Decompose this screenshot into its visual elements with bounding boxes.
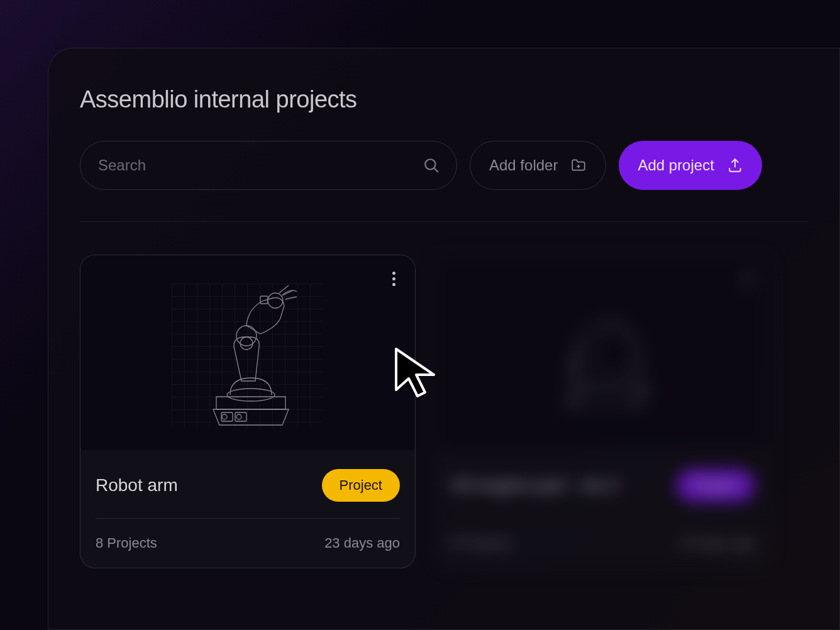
search-wrap xyxy=(80,141,457,190)
svg-point-8 xyxy=(227,389,275,401)
svg-point-6 xyxy=(222,414,227,419)
divider xyxy=(80,221,808,222)
svg-point-0 xyxy=(425,159,435,169)
search-input[interactable] xyxy=(80,141,457,190)
svg-point-7 xyxy=(236,414,241,419)
add-folder-label: Add folder xyxy=(489,157,558,174)
svg-line-1 xyxy=(434,169,438,172)
project-card[interactable]: Robot arm Project 8 Projects 23 days ago xyxy=(80,255,416,568)
svg-point-17 xyxy=(577,321,640,390)
robot-arm-drawing xyxy=(185,274,311,431)
search-icon xyxy=(423,157,439,174)
card-preview xyxy=(435,255,770,450)
svg-rect-5 xyxy=(235,412,246,421)
svg-point-12 xyxy=(268,293,283,308)
project-badge: Project xyxy=(677,469,754,502)
card-preview xyxy=(80,255,415,450)
time-ago: 23 days ago xyxy=(679,535,754,551)
add-folder-button[interactable]: Add folder xyxy=(470,141,606,190)
card-menu-button[interactable] xyxy=(741,269,756,288)
card-title: Robot arm xyxy=(96,475,178,495)
svg-point-14 xyxy=(630,396,638,404)
card-head: V8 engine part - ver.2 Project xyxy=(450,469,754,519)
card-body: Robot arm Project 8 Projects 23 days ago xyxy=(80,450,415,568)
project-grid: Robot arm Project 8 Projects 23 days ago xyxy=(80,255,808,568)
card-menu-button[interactable] xyxy=(386,269,401,288)
card-body: V8 engine part - ver.2 Project 8 Project… xyxy=(435,450,770,568)
engine-part-drawing xyxy=(539,274,665,431)
add-project-button[interactable]: Add project xyxy=(619,141,761,190)
folder-plus-icon xyxy=(570,157,587,174)
project-card[interactable]: V8 engine part - ver.2 Project 8 Project… xyxy=(434,255,770,568)
svg-point-10 xyxy=(236,326,257,346)
upload-icon xyxy=(727,157,743,174)
project-badge: Project xyxy=(322,469,400,502)
main-panel: Assemblio internal projects Add folder A… xyxy=(48,48,840,630)
projects-count: 8 Projects xyxy=(96,535,157,551)
toolbar: Add folder Add project xyxy=(80,141,808,190)
time-ago: 23 days ago xyxy=(324,535,400,551)
svg-point-9 xyxy=(240,337,253,350)
card-foot: 8 Projects 23 days ago xyxy=(450,519,754,551)
card-head: Robot arm Project xyxy=(96,469,400,519)
svg-point-15 xyxy=(580,387,587,394)
card-foot: 8 Projects 23 days ago xyxy=(96,519,400,551)
add-project-label: Add project xyxy=(638,157,714,174)
projects-count: 8 Projects xyxy=(450,535,512,551)
svg-point-16 xyxy=(639,387,647,394)
page-title: Assemblio internal projects xyxy=(80,86,808,113)
svg-point-13 xyxy=(570,396,578,404)
card-title: V8 engine part - ver.2 xyxy=(450,475,619,495)
svg-point-18 xyxy=(594,329,634,377)
